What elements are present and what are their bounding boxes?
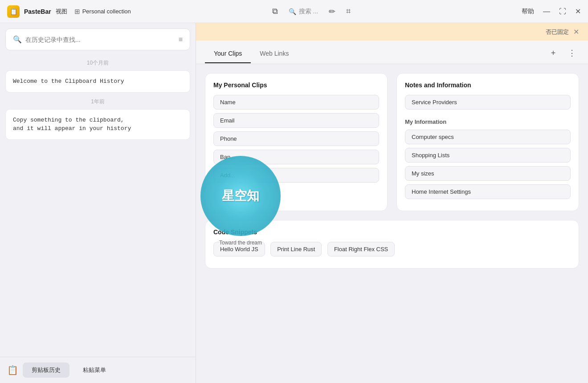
clip-tag-shopping-lists[interactable]: Shopping Lists [405, 148, 571, 163]
menu-item-view[interactable]: 视图 [56, 8, 67, 16]
search-icon: 🔍 [13, 35, 22, 44]
subsection-my-information: My Information [405, 118, 571, 125]
section-my-personal-clips: My Personal Clips Name Email Phone Ban..… [205, 73, 388, 211]
pinned-text: 否已固定 [546, 28, 569, 36]
sidebar-bottom: 📋 剪贴板历史 粘贴菜单 [0, 357, 196, 383]
maximize-button[interactable]: ⛶ [559, 8, 566, 16]
app-name: PasteBar [24, 8, 51, 15]
section-title-personal-clips: My Personal Clips [213, 81, 379, 89]
titlebar-menu: 视图 ⊞ Personal collection [56, 8, 131, 16]
clip-tag-computer-specs[interactable]: Computer specs [405, 130, 571, 144]
clip-tag-email[interactable]: Email [213, 113, 379, 128]
date-label-1: 1年前 [5, 98, 190, 106]
collection-icon: ⊞ [74, 8, 80, 16]
menu-item-collection[interactable]: ⊞ Personal collection [74, 8, 131, 16]
clip-tag-my-sizes[interactable]: My sizes [405, 166, 571, 181]
section-code-snippets: Code Snippets Hello World JS Print Line … [205, 220, 579, 269]
date-label-0: 10个月前 [5, 59, 190, 67]
close-button[interactable]: ✕ [575, 7, 581, 16]
list-item[interactable]: Copy something to the clipboard, and it … [5, 109, 190, 140]
pin-close-button[interactable]: ✕ [573, 28, 579, 36]
titlebar-right: 帮助 — ⛶ ✕ [492, 7, 581, 16]
clip-tag-print-rust[interactable]: Print Line Rust [270, 242, 322, 257]
help-button[interactable]: 帮助 [522, 8, 534, 16]
more-options-button[interactable]: ⋮ [565, 46, 579, 60]
tabs-actions: + ⋮ [546, 46, 579, 64]
paste-menu-button[interactable]: 粘贴菜单 [74, 363, 115, 378]
clip-tag-bank[interactable]: Ban... [213, 150, 379, 164]
clip-tag-address[interactable]: Add... [213, 168, 379, 183]
titlebar: 📋 PasteBar 视图 ⊞ Personal collection ⧉ 🔍 … [0, 0, 588, 23]
search-placeholder-text: 搜索 ... [299, 8, 318, 16]
global-search-btn[interactable]: 🔍 搜索 ... [289, 8, 318, 16]
section-notes-information: Notes and Information Service Providers … [396, 73, 579, 211]
clip-tag-home-internet[interactable]: Home Internet Settings [405, 184, 571, 199]
edit-icon-btn[interactable]: ✏ [329, 7, 335, 16]
search-input[interactable] [25, 36, 175, 43]
section-title-notes: Notes and Information [405, 81, 571, 89]
search-icon: 🔍 [289, 8, 296, 15]
copy-icon-btn[interactable]: ⧉ [272, 7, 278, 16]
clipboard-history-button[interactable]: 剪贴板历史 [23, 363, 69, 378]
sections-row: My Personal Clips Name Email Phone Ban..… [205, 73, 579, 211]
clip-tag-flex-css[interactable]: Float Right Flex CSS [327, 242, 395, 257]
clipboard-icon: 📋 [7, 365, 18, 375]
clip-tag-service-providers[interactable]: Service Providers [405, 95, 571, 110]
app-icon: 📋 [7, 5, 20, 18]
clip-tag-phone[interactable]: Phone [213, 131, 379, 146]
filter-icon[interactable]: ≡ [179, 36, 183, 44]
sidebar: 🔍 ≡ 10个月前 Welcome to the Clipboard Histo… [0, 23, 196, 383]
tabs-bar: Your Clips Web Links + ⋮ [196, 41, 588, 64]
minimize-button[interactable]: — [543, 8, 550, 16]
main-layout: 🔍 ≡ 10个月前 Welcome to the Clipboard Histo… [0, 23, 588, 383]
clip-tag-hello-world[interactable]: Hello World JS [213, 242, 265, 257]
content-area: 否已固定 ✕ Your Clips Web Links + ⋮ My Perso… [196, 23, 588, 383]
tab-your-clips[interactable]: Your Clips [205, 46, 251, 63]
clip-tag-name[interactable]: Name [213, 95, 379, 110]
section-title-code: Code Snippets [213, 228, 571, 236]
titlebar-left: 📋 PasteBar 视图 ⊞ Personal collection [7, 5, 131, 18]
history-section: 10个月前 Welcome to the Clipboard History 1… [0, 54, 196, 357]
titlebar-center: ⧉ 🔍 搜索 ... ✏ ⌗ [131, 7, 492, 16]
pinned-bar: 否已固定 ✕ [196, 23, 588, 41]
add-tab-button[interactable]: + [546, 46, 560, 60]
list-item[interactable]: Welcome to the Clipboard History [5, 70, 190, 93]
clips-content: My Personal Clips Name Email Phone Ban..… [196, 64, 588, 383]
sidebar-search-box[interactable]: 🔍 ≡ [5, 29, 190, 50]
slash-icon-btn[interactable]: ⌗ [346, 7, 351, 16]
tab-web-links[interactable]: Web Links [251, 46, 298, 63]
